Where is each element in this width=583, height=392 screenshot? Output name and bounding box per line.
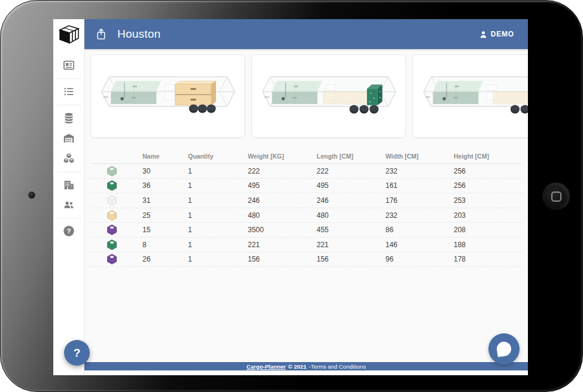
news-icon: [62, 59, 75, 72]
sidebar-divider: [57, 105, 81, 105]
cell-name: 8: [142, 241, 188, 249]
content-area: NameQuantityWeight [KG]Length [CM]Width …: [84, 49, 528, 362]
cell-quantity: 1: [188, 167, 248, 175]
cell-weight: 246: [248, 196, 317, 205]
share-icon: [95, 28, 107, 41]
cell-length: 222: [317, 167, 385, 175]
cell-width: 176: [385, 196, 454, 205]
cell-height: 178: [454, 255, 522, 263]
cell-quantity: 1: [188, 196, 248, 205]
sidebar-item-data[interactable]: [58, 107, 80, 129]
table-row-36[interactable]: 361495495161256: [90, 179, 522, 194]
table-row-15[interactable]: 151350045586208: [90, 223, 522, 238]
sidebar-divider: [57, 172, 81, 172]
database-icon: [62, 111, 75, 124]
cell-name: 31: [142, 196, 188, 205]
column-header-0: Name: [142, 153, 188, 160]
svg-text:?: ?: [67, 227, 71, 235]
app-footer: Cargo-Planner © 2021 -Terms and Conditio…: [84, 362, 528, 370]
cell-weight: 221: [248, 241, 317, 249]
cell-name: 30: [142, 167, 188, 175]
cell-length: 221: [317, 241, 385, 249]
cell-width: 146: [385, 241, 454, 249]
cell-width: 232: [385, 211, 454, 220]
load-plan-cards: [84, 49, 528, 138]
cell-name: 25: [142, 211, 188, 220]
cell-quantity: 1: [188, 241, 248, 249]
cell-quantity: 1: [188, 226, 248, 234]
home-button-square-icon: [551, 192, 561, 202]
page-title: Houston: [117, 28, 160, 41]
cargo-cube-icon: [106, 180, 118, 192]
cell-length: 480: [317, 211, 385, 220]
cell-weight: 156: [248, 255, 317, 263]
copyright-label: © 2021: [288, 363, 306, 370]
cell-height: 256: [454, 181, 522, 190]
cell-name: 36: [142, 181, 188, 190]
cargo-planner-link[interactable]: Cargo-Planner: [247, 363, 286, 370]
cell-width: 96: [385, 255, 454, 263]
main-column: Houston DEMO NameQuant: [84, 19, 528, 375]
column-header-1: Quantity: [188, 153, 248, 160]
column-header-2: Weight [KG]: [248, 153, 317, 160]
table-row-8[interactable]: 81221221146188: [90, 238, 522, 253]
user-name-label: DEMO: [491, 30, 514, 38]
cell-quantity: 1: [188, 181, 248, 190]
help-icon: ?: [62, 224, 75, 238]
sidebar-item-company[interactable]: [58, 174, 80, 196]
tablet-camera: [28, 192, 35, 199]
sidebar: ?: [53, 19, 84, 375]
load-plan-3-card[interactable]: [412, 54, 528, 138]
cargo-table: NameQuantityWeight [KG]Length [CM]Width …: [90, 149, 522, 267]
load-plan-2-card[interactable]: [251, 54, 406, 138]
terms-link[interactable]: -Terms and Conditions: [309, 363, 366, 370]
cubes-icon: [62, 152, 75, 165]
cell-width: 232: [385, 167, 454, 175]
tablet-frame: ? Houston: [0, 0, 583, 392]
user-icon: [479, 30, 488, 39]
cell-name: 26: [142, 255, 188, 263]
cell-height: 256: [454, 167, 522, 175]
sidebar-item-dashboard[interactable]: [58, 54, 80, 76]
column-header-5: Height [CM]: [454, 153, 522, 160]
table-row-25[interactable]: 251480480232203: [90, 208, 522, 223]
sidebar-item-cargoes[interactable]: [58, 148, 80, 169]
load-plan-1-card[interactable]: [90, 54, 245, 138]
table-row-31[interactable]: 311246246176253: [90, 193, 522, 208]
sidebar-item-warehouse[interactable]: [58, 127, 80, 149]
cell-quantity: 1: [188, 211, 248, 220]
cell-weight: 222: [248, 167, 317, 175]
building-icon: [62, 178, 75, 192]
cell-length: 495: [317, 181, 385, 190]
column-header-3: Length [CM]: [317, 153, 385, 160]
cargo-planner-logo[interactable]: [53, 19, 84, 49]
table-row-26[interactable]: 26115615696178: [90, 253, 522, 268]
cell-width: 161: [385, 181, 454, 190]
app-bar: Houston DEMO: [84, 19, 528, 49]
table-header-row: NameQuantityWeight [KG]Length [CM]Width …: [90, 149, 522, 164]
warehouse-icon: [62, 132, 75, 145]
chat-widget-button[interactable]: [488, 333, 520, 364]
sidebar-item-help[interactable]: ?: [58, 220, 80, 242]
column-header-4: Width [CM]: [385, 153, 454, 160]
cargo-cube-icon: [106, 209, 118, 221]
user-menu-button[interactable]: DEMO: [474, 28, 519, 41]
help-fab-button[interactable]: ?: [64, 340, 90, 366]
cargo-cube-icon: [106, 239, 118, 251]
cell-width: 86: [385, 226, 454, 234]
sidebar-item-list[interactable]: [58, 81, 80, 102]
share-button[interactable]: [93, 26, 109, 42]
cargo-cube-icon: [106, 195, 118, 206]
users-icon: [62, 198, 75, 211]
table-row-30[interactable]: 301222222232256: [90, 164, 522, 179]
cell-length: 455: [317, 226, 385, 234]
cell-height: 253: [454, 196, 522, 205]
cell-length: 156: [317, 255, 385, 263]
cargo-cube-icon: [106, 253, 118, 265]
home-button[interactable]: [542, 183, 570, 210]
list-icon: [62, 85, 75, 98]
cell-weight: 3500: [248, 226, 317, 234]
chat-bubble-icon: [496, 341, 512, 357]
sidebar-item-users[interactable]: [58, 194, 80, 215]
cargo-cube-icon: [106, 224, 118, 236]
